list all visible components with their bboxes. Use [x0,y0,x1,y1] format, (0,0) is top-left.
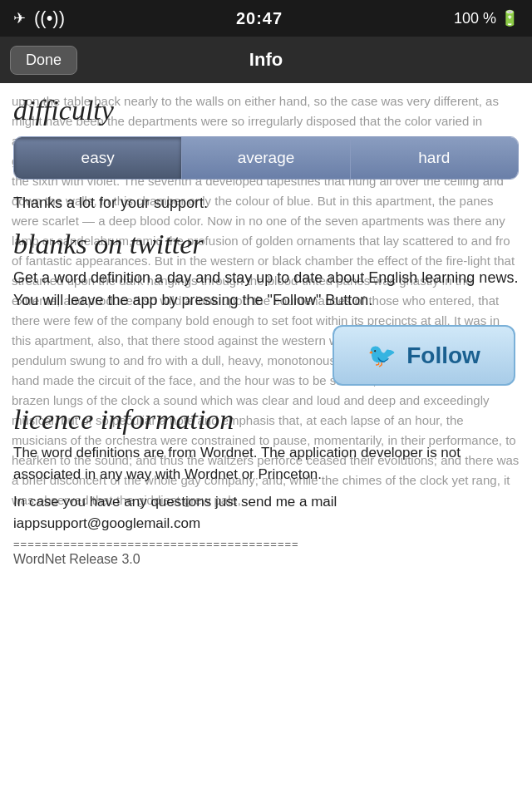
difficulty-hard-button[interactable]: hard [351,137,518,179]
thanks-text: Thanks a lot for your support. [0,191,532,224]
licence-paragraph1: The word definitions are from Wordnet. T… [13,442,519,486]
licence-divider: ======================================== [13,538,519,550]
difficulty-average-button[interactable]: average [182,137,350,179]
battery-icon: 🔋 [500,10,519,27]
difficulty-toggle-group: easy average hard [13,136,519,180]
status-battery: 100 % 🔋 [454,9,519,27]
twitter-description: Get a word definition a day and stay up … [13,267,519,312]
difficulty-heading: difficulty [13,95,519,126]
main-content: upon the table back nearly to the walls … [0,83,532,798]
status-time: 20:47 [236,9,283,28]
twitter-bird-icon: 🐦 [367,342,397,369]
nav-bar: Done Info [0,37,532,83]
licence-heading: licence information [13,404,519,436]
wifi-icon: ((•)) [34,7,65,29]
twitter-heading: blanks on twitter [13,229,519,260]
licence-paragraph2: In case you have any questions just send… [13,491,519,535]
licence-section: licence information The word definitions… [0,394,532,567]
difficulty-section: difficulty easy average hard [0,83,532,180]
foreground-content: difficulty easy average hard Thanks a lo… [0,83,532,567]
battery-label: 100 % [454,10,496,27]
done-button[interactable]: Done [10,46,77,75]
follow-button[interactable]: 🐦 Follow [332,325,515,386]
twitter-section: blanks on twitter Get a word definition … [0,224,532,394]
follow-label: Follow [406,342,480,369]
airplane-icon: ✈ [13,9,26,27]
status-bar: ✈ ((•)) 20:47 100 % 🔋 [0,0,532,37]
status-left: ✈ ((•)) [13,7,65,29]
nav-title: Info [249,49,283,71]
licence-version: WordNet Release 3.0 [13,552,519,567]
difficulty-easy-button[interactable]: easy [14,137,182,179]
